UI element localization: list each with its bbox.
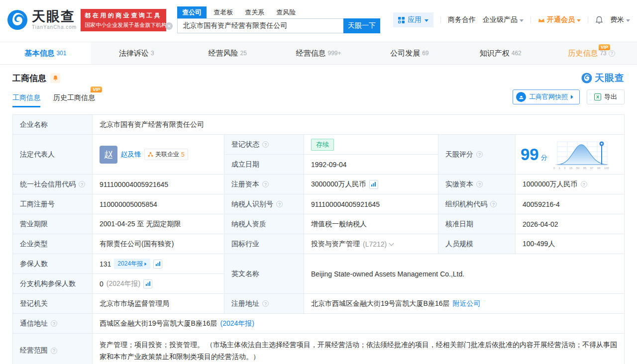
business-scope-value: 资产管理；项目投资；投资管理。 （市场主体依法自主选择经营项目，开展经营活动；依… xyxy=(93,334,625,364)
search-tab-relation[interactable]: 查关系 xyxy=(240,6,269,18)
apps-menu[interactable]: 应用 xyxy=(393,12,433,27)
tab-history-info[interactable]: VIP 历史信息 73 ? xyxy=(546,42,637,64)
annual-report-tag[interactable]: 2024年报 xyxy=(114,259,150,269)
tab-basic-info[interactable]: 基本信息 301 xyxy=(0,42,91,64)
help-icon[interactable]: ? xyxy=(609,50,615,57)
top-navigation: 应用 商务合作 企业级产品 开通会员 费米 xyxy=(393,12,630,27)
stamp-icon xyxy=(516,92,526,102)
company-tabbar: 基本信息 301 法律诉讼 3 经营风险 25 经营信息 999+ 公司发展 6… xyxy=(0,42,637,65)
subtab-history-business-info[interactable]: VIP 历史工商信息 xyxy=(53,93,95,107)
reg-no-value: 110000005005854 xyxy=(93,194,224,214)
mail-address-value: 西城区金融大街19号富凯大厦B座16层 (2024年报) xyxy=(93,314,625,334)
status-badge: 存续 xyxy=(311,139,334,151)
tab-label: 公司发展 xyxy=(390,49,420,58)
branch-report-label: (2024年报) xyxy=(106,279,140,288)
watermark-logo: 天眼查 xyxy=(581,72,625,85)
chevron-down-icon xyxy=(520,19,524,22)
search-tab-boss[interactable]: 查老板 xyxy=(209,6,238,18)
help-icon[interactable]: ? xyxy=(262,141,269,148)
subtab-business-info[interactable]: 工商信息 xyxy=(12,93,40,107)
staff-size-value: 100-499人 xyxy=(516,234,625,254)
tab-count: 25 xyxy=(240,50,246,57)
tab-intellectual-property[interactable]: 知识产权 462 xyxy=(455,42,546,64)
subtab-row: 工商信息 VIP 历史工商信息 工商官网快照 X 导出 xyxy=(12,90,625,107)
help-icon[interactable]: ? xyxy=(476,151,483,158)
grid-icon xyxy=(398,17,405,23)
tab-count: 73 xyxy=(600,50,606,57)
nav-open-vip[interactable]: 开通会员 xyxy=(538,15,581,24)
monitor-bell-icon[interactable] xyxy=(50,73,60,83)
insured-value: 131 2024年报 xyxy=(93,254,224,274)
excel-icon: X xyxy=(594,93,601,100)
notification-bell-icon[interactable] xyxy=(595,16,603,24)
subtab-label: 历史工商信息 xyxy=(53,93,95,101)
branch-insured-label: 分支机构参保人数 xyxy=(13,274,93,294)
report-tag-label: 2024年报 xyxy=(117,260,143,268)
tab-company-development[interactable]: 公司发展 69 xyxy=(364,42,455,64)
company-type-label: 企业类型 xyxy=(13,234,93,254)
tianyancha-swirl-icon xyxy=(7,9,28,30)
tab-count: 3 xyxy=(151,50,154,57)
help-icon[interactable]: ? xyxy=(276,201,283,207)
section-header: 工商信息 天眼查 xyxy=(12,72,625,85)
score-axis-labels: 01 315 5085 9799 100 xyxy=(553,167,609,170)
search-button[interactable]: 天眼一下 xyxy=(343,18,380,33)
nav-divider xyxy=(588,16,588,23)
help-icon[interactable]: ? xyxy=(490,201,497,207)
apps-label: 应用 xyxy=(408,15,422,24)
help-icon[interactable]: ? xyxy=(262,181,269,187)
company-type-value: 有限责任公司(国有独资) xyxy=(93,234,224,254)
export-button[interactable]: X 导出 xyxy=(587,90,625,104)
industry-code: (L7212) xyxy=(363,240,387,248)
search-tab-company[interactable]: 查公司 xyxy=(177,6,207,18)
reg-address-value: 北京市西城区金融大街19号富凯大厦B座16层 附近公司 xyxy=(304,294,625,314)
nav-user-menu[interactable]: 费米 xyxy=(610,15,630,24)
legal-rep-link[interactable]: 赵及锋 xyxy=(120,150,141,159)
nav-enterprise-products[interactable]: 企业级产品 xyxy=(483,15,524,24)
brand-domain: TianYanCha.com xyxy=(32,25,77,30)
help-icon[interactable]: ? xyxy=(79,181,85,187)
reg-status-label: 登记状态? xyxy=(224,135,304,155)
legal-rep-avatar[interactable]: 赵 xyxy=(100,146,117,164)
branch-insured-trend-icon[interactable] xyxy=(143,279,152,288)
insured-trend-icon[interactable] xyxy=(153,260,162,269)
help-icon[interactable]: ? xyxy=(262,300,269,307)
help-icon[interactable]: ? xyxy=(51,348,57,354)
enterprise-label: 企业级产品 xyxy=(483,15,518,24)
nav-cooperation[interactable]: 商务合作 xyxy=(448,15,476,24)
tab-legal-proceedings[interactable]: 法律诉讼 3 xyxy=(91,42,182,64)
vip-badge: VIP xyxy=(91,87,102,92)
help-icon[interactable]: ? xyxy=(51,320,57,327)
username-label: 费米 xyxy=(610,15,624,24)
search-input[interactable] xyxy=(177,18,343,33)
crown-icon xyxy=(538,17,545,23)
help-icon[interactable]: ? xyxy=(476,181,483,187)
capital-trend-icon[interactable] xyxy=(369,180,378,189)
legal-rep-label: 法定代表人 xyxy=(13,135,93,175)
official-snapshot-button[interactable]: 工商官网快照 xyxy=(513,90,580,104)
tab-operation-info[interactable]: 经营信息 999+ xyxy=(273,42,364,64)
clear-icon[interactable]: ✕ xyxy=(165,22,173,30)
tab-operation-risk[interactable]: 经营风险 25 xyxy=(182,42,273,64)
chevron-down-icon[interactable] xyxy=(389,241,394,246)
en-name-label: 英文名称 xyxy=(224,254,304,294)
tab-label: 法律诉讼 xyxy=(119,49,149,58)
search-tab-risk[interactable]: 查风险 xyxy=(271,6,301,18)
relation-graph-icon xyxy=(148,152,153,157)
est-date-value: 1992-09-04 xyxy=(304,155,438,175)
nav-divider xyxy=(531,16,531,23)
cooperation-label: 商务合作 xyxy=(448,15,476,24)
tab-label: 基本信息 xyxy=(24,49,54,58)
score-value[interactable]: 99 分 01 315 5085 xyxy=(516,135,625,175)
reg-status-value: 存续 xyxy=(304,135,438,155)
org-code-value: 40059216-4 xyxy=(516,194,625,214)
export-label: 导出 xyxy=(604,92,617,101)
slogan-line2: 国家中小企业发展子基金旗下机构 xyxy=(85,21,162,29)
tab-count: 999+ xyxy=(327,50,341,57)
mail-report-link[interactable]: (2024年报) xyxy=(220,319,254,328)
nearby-companies-link[interactable]: 附近公司 xyxy=(452,299,480,308)
brand-logo[interactable]: 天眼查 TianYanCha.com xyxy=(7,9,77,30)
help-icon[interactable]: ? xyxy=(581,181,587,187)
tab-count: 301 xyxy=(56,50,66,57)
related-companies-tag[interactable]: 关联企业 5 xyxy=(144,149,188,160)
